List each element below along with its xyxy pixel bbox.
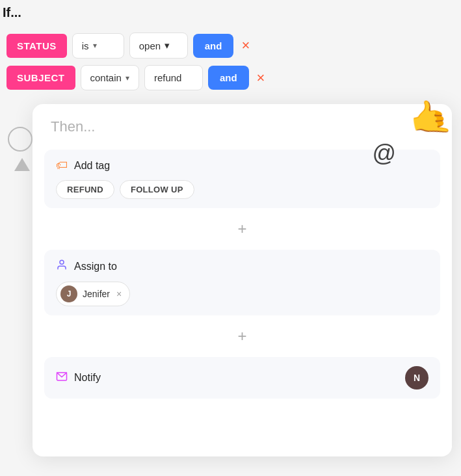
remove-assignee-button[interactable]: × [116, 289, 122, 299]
add-action-button-2[interactable]: + [232, 326, 253, 347]
wave-decoration: 🤙 [406, 98, 454, 138]
assign-icon [56, 259, 68, 274]
condition-row-1: STATUS is ▾ open ▾ and × [0, 33, 461, 59]
tag-icon: 🏷 [56, 159, 68, 172]
status-operator-dropdown[interactable]: is ▾ [72, 33, 124, 59]
page-wrapper: If... STATUS is ▾ open ▾ and × SUBJECT c… [0, 0, 461, 476]
subject-value-dropdown[interactable]: refund [144, 65, 203, 90]
status-value-dropdown[interactable]: open ▾ [129, 33, 188, 59]
circle-decoration [8, 127, 33, 152]
tags-row: REFUND FOLLOW UP [56, 180, 428, 199]
tag-chip-refund[interactable]: REFUND [56, 180, 114, 199]
chevron-down-icon-2: ▾ [165, 40, 170, 51]
status-field-label[interactable]: STATUS [7, 34, 67, 58]
and-button-1[interactable]: and [193, 34, 234, 58]
plus-divider-2: + [33, 323, 452, 349]
then-placeholder: Then... [33, 104, 452, 142]
conditions-area: STATUS is ▾ open ▾ and × SUBJECT contain… [0, 33, 461, 97]
subject-operator-dropdown[interactable]: contain ▾ [81, 65, 139, 90]
notify-block: Notify N [44, 357, 440, 399]
chevron-down-icon-3: ▾ [125, 73, 129, 83]
assign-to-title: Assign to [56, 259, 428, 274]
subject-field-label[interactable]: SUBJECT [7, 66, 75, 90]
assignee-chip[interactable]: J Jenifer × [56, 282, 130, 306]
triangle-decoration [14, 158, 30, 171]
if-label: If... [3, 5, 21, 20]
avatar: J [60, 285, 77, 302]
at-symbol-decoration: @ [372, 140, 396, 167]
remove-condition-2-button[interactable]: × [254, 68, 268, 88]
plus-divider-1: + [33, 216, 452, 242]
notify-icon [56, 371, 68, 386]
assign-to-block: Assign to J Jenifer × [44, 250, 440, 315]
notify-title: Notify [56, 371, 101, 386]
notify-user-avatar: N [405, 366, 428, 390]
chevron-down-icon: ▾ [93, 41, 97, 50]
condition-row-2: SUBJECT contain ▾ refund and × [0, 65, 461, 90]
add-action-button-1[interactable]: + [232, 218, 253, 239]
and-button-2[interactable]: and [208, 66, 249, 90]
remove-condition-1-button[interactable]: × [239, 36, 252, 55]
tag-chip-followup[interactable]: FOLLOW UP [120, 180, 194, 199]
svg-point-0 [60, 260, 64, 264]
